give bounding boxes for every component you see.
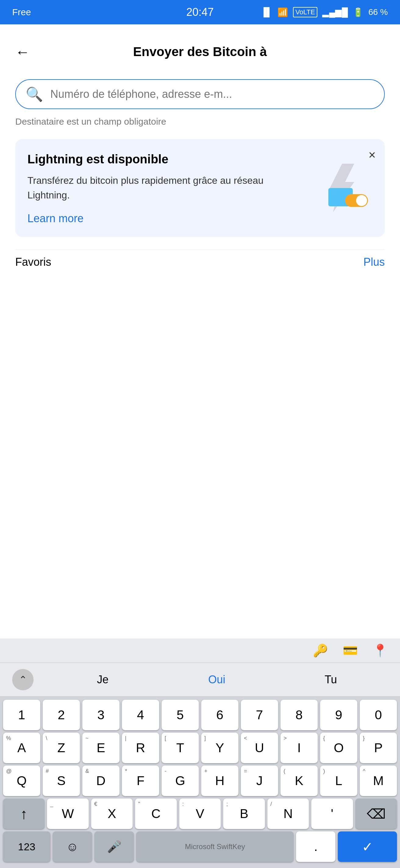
battery-label: 66 % xyxy=(368,7,388,17)
mic-key[interactable]: 🎤 xyxy=(94,831,134,862)
key-n[interactable]: /N xyxy=(267,799,309,829)
key-w[interactable]: _W xyxy=(47,799,88,829)
search-icon: 🔍 xyxy=(26,86,43,102)
key-5[interactable]: 5 xyxy=(162,700,199,730)
key-q[interactable]: @Q xyxy=(3,766,40,796)
lightning-text-section: Lightning est disponible Transférez du b… xyxy=(27,151,306,225)
key-l[interactable]: )L xyxy=(320,766,357,796)
backspace-key[interactable]: ⌫ xyxy=(356,799,397,829)
suggestion-oui[interactable]: Oui xyxy=(160,673,274,686)
key-c[interactable]: "C xyxy=(135,799,177,829)
favoris-bar: Favoris Plus xyxy=(15,249,385,275)
wifi-icon: 📶 xyxy=(277,7,288,18)
enter-key[interactable]: ✓ xyxy=(338,831,397,862)
period-key[interactable]: . xyxy=(296,831,335,862)
bottom-row: 123 ☺ 🎤 Microsoft SwiftKey . ✓ xyxy=(0,829,400,868)
key-e[interactable]: ~E xyxy=(82,733,120,763)
location-icon[interactable]: 📍 xyxy=(373,643,388,658)
key-b[interactable]: ;B xyxy=(223,799,265,829)
svg-point-4 xyxy=(356,195,367,206)
key-7[interactable]: 7 xyxy=(241,700,278,730)
key-v[interactable]: :V xyxy=(179,799,221,829)
key-f[interactable]: *F xyxy=(122,766,159,796)
header: ← Envoyer des Bitcoin à xyxy=(15,37,385,67)
lightning-description: Transférez du bitcoin plus rapidement gr… xyxy=(27,173,306,203)
plus-button[interactable]: Plus xyxy=(363,256,385,269)
time-label: 20:47 xyxy=(186,6,214,19)
key-o[interactable]: {O xyxy=(320,733,357,763)
recipient-input[interactable] xyxy=(50,88,374,100)
key-4[interactable]: 4 xyxy=(122,700,159,730)
key-123[interactable]: 123 xyxy=(3,831,50,862)
suggestion-tu[interactable]: Tu xyxy=(274,673,388,686)
caret-button[interactable]: ⌃ xyxy=(12,669,34,690)
suggestions-row: ⌃ Je Oui Tu xyxy=(0,663,400,697)
key-m[interactable]: ^M xyxy=(360,766,397,796)
emoji-key[interactable]: ☺ xyxy=(53,831,92,862)
shift-key[interactable]: ↑ xyxy=(3,799,44,829)
lightning-svg xyxy=(312,161,373,215)
key-k[interactable]: (K xyxy=(280,766,318,796)
search-input-wrapper[interactable]: 🔍 xyxy=(15,79,385,109)
signal-bars-icon: ▂▄▆█ xyxy=(322,7,348,18)
search-container: 🔍 xyxy=(15,79,385,109)
lightning-card: × Lightning est disponible Transférez du… xyxy=(15,139,385,237)
lightning-illustration xyxy=(312,161,373,215)
lightning-card-inner: Lightning est disponible Transférez du b… xyxy=(27,151,373,225)
app-content: ← Envoyer des Bitcoin à 🔍 Destinataire e… xyxy=(0,24,400,275)
key-x[interactable]: €X xyxy=(91,799,133,829)
key-g[interactable]: -G xyxy=(162,766,199,796)
autocomplete-toolbar: 🔑 💳 📍 xyxy=(0,639,400,663)
key-8[interactable]: 8 xyxy=(280,700,318,730)
space-key[interactable]: Microsoft SwiftKey xyxy=(136,831,294,862)
key-apostrophe[interactable]: ' xyxy=(311,799,353,829)
key-y[interactable]: ]Y xyxy=(201,733,238,763)
key-d[interactable]: &D xyxy=(82,766,120,796)
key-2[interactable]: 2 xyxy=(43,700,80,730)
key-z[interactable]: \Z xyxy=(43,733,80,763)
key-j[interactable]: =J xyxy=(241,766,278,796)
number-row: 1 2 3 4 5 6 7 8 9 0 xyxy=(0,697,400,730)
key-9[interactable]: 9 xyxy=(320,700,357,730)
key-row-3: ↑ _W €X "C :V ;B /N ' ⌫ xyxy=(3,799,397,829)
battery-icon: 🔋 xyxy=(353,7,363,18)
key-t[interactable]: [T xyxy=(162,733,199,763)
key-row-2: @Q #S &D *F -G +H =J (K )L ^M xyxy=(3,766,397,796)
learn-more-link[interactable]: Learn more xyxy=(27,212,84,225)
favoris-label: Favoris xyxy=(15,256,51,269)
key-1[interactable]: 1 xyxy=(3,700,40,730)
autocomplete-icons: 🔑 💳 📍 xyxy=(313,643,388,658)
key-r[interactable]: |R xyxy=(122,733,159,763)
status-bar: Free 20:47 ▐▌ 📶 VoLTE ▂▄▆█ 🔋 66 % xyxy=(0,0,400,24)
key-p[interactable]: }P xyxy=(360,733,397,763)
key-u[interactable]: <U xyxy=(241,733,278,763)
lightning-close-button[interactable]: × xyxy=(369,148,376,162)
back-button[interactable]: ← xyxy=(15,43,30,60)
page-title: Envoyer des Bitcoin à xyxy=(133,44,267,59)
lightning-title: Lightning est disponible xyxy=(27,151,306,167)
keyboard-area: 🔑 💳 📍 ⌃ Je Oui Tu 1 2 3 4 5 6 7 8 9 0 %A… xyxy=(0,639,400,868)
card-icon[interactable]: 💳 xyxy=(343,643,358,658)
signal-icon: ▐▌ xyxy=(260,7,273,17)
key-0[interactable]: 0 xyxy=(360,700,397,730)
volte-icon: VoLTE xyxy=(293,7,317,18)
key-row-1: %A \Z ~E |R [T ]Y <U >I {O }P xyxy=(3,733,397,763)
carrier-label: Free xyxy=(12,7,31,18)
qwerty-rows: %A \Z ~E |R [T ]Y <U >I {O }P @Q #S &D *… xyxy=(0,730,400,829)
required-field-message: Destinataire est un champ obligatoire xyxy=(15,117,385,127)
key-3[interactable]: 3 xyxy=(82,700,120,730)
key-i[interactable]: >I xyxy=(280,733,318,763)
status-icons: ▐▌ 📶 VoLTE ▂▄▆█ 🔋 66 % xyxy=(260,7,388,18)
key-6[interactable]: 6 xyxy=(201,700,238,730)
key-icon[interactable]: 🔑 xyxy=(313,643,328,658)
key-a[interactable]: %A xyxy=(3,733,40,763)
suggestion-je[interactable]: Je xyxy=(46,673,160,686)
key-h[interactable]: +H xyxy=(201,766,238,796)
key-s[interactable]: #S xyxy=(43,766,80,796)
